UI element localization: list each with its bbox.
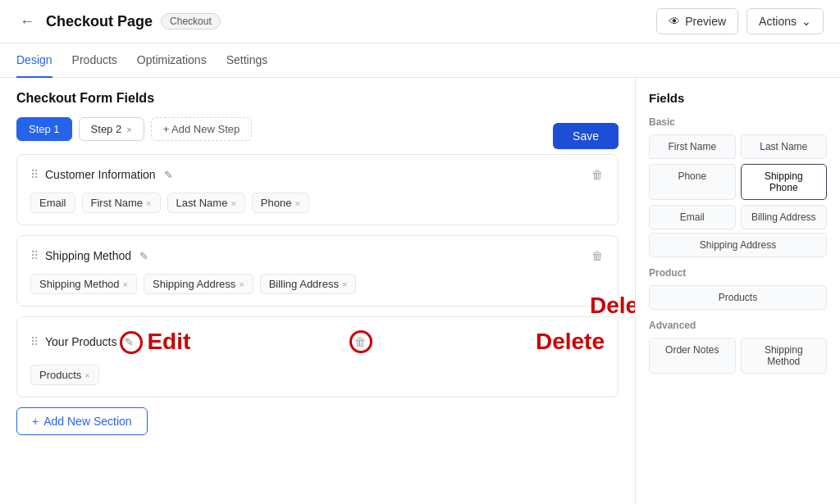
shipping-method-name: Shipping Method — [45, 249, 131, 262]
shipping-method-fields: Shipping Method × Shipping Address × Bil… — [30, 274, 605, 294]
eye-icon: 👁 — [669, 15, 680, 28]
plus-icon: + — [32, 415, 39, 428]
form-fields-title: Checkout Form Fields — [16, 91, 619, 106]
your-products-section: Delete ⠿ Your Products ✎ Edit 🗑 — [16, 316, 619, 397]
customer-info-title-area: ⠿ Customer Information ✎ — [30, 167, 175, 183]
add-step-button[interactable]: + Add New Step — [151, 117, 253, 141]
field-products[interactable]: Products — [649, 285, 827, 310]
step-tabs: Step 1 Step 2 × + Add New Step — [16, 117, 252, 141]
field-shipping-address[interactable]: Shipping Address — [649, 233, 827, 257]
header-left: ← Checkout Page Checkout — [16, 13, 221, 30]
drag-icon-shipping: ⠿ — [30, 249, 39, 262]
basic-fields-grid-2: Shipping Address — [649, 233, 827, 257]
page-title: Checkout Page — [46, 13, 153, 30]
billing-address-remove[interactable]: × — [342, 279, 347, 289]
advanced-fields-grid: Order Notes Shipping Method — [649, 338, 827, 374]
main-content: Checkout Form Fields Step 1 Step 2 × + A… — [0, 78, 840, 504]
shipping-method-edit-button[interactable]: ✎ — [138, 248, 150, 264]
field-tag-shipping-address: Shipping Address × — [144, 274, 253, 294]
tab-settings[interactable]: Settings — [226, 43, 268, 78]
shipping-method-title-area: ⠿ Shipping Method ✎ — [30, 248, 150, 264]
step-tab-2[interactable]: Step 2 × — [79, 117, 144, 141]
phone-remove[interactable]: × — [294, 198, 299, 208]
back-button[interactable]: ← — [16, 13, 38, 30]
tab-products[interactable]: Products — [72, 43, 117, 78]
header: ← Checkout Page Checkout 👁 Preview Actio… — [0, 0, 840, 43]
customer-information-section: ⠿ Customer Information ✎ 🗑 Email First N… — [16, 154, 619, 225]
advanced-group-title: Advanced — [649, 320, 827, 331]
shipping-method-remove[interactable]: × — [123, 279, 128, 289]
customer-info-edit-button[interactable]: ✎ — [162, 167, 175, 183]
your-products-edit-button[interactable]: ✎ — [123, 334, 135, 350]
customer-info-fields: Email First Name × Last Name × Phone × — [30, 193, 605, 213]
chevron-down-icon: ⌄ — [801, 15, 811, 28]
fields-panel: Fields Basic First Name Last Name Phone … — [635, 78, 840, 504]
product-fields-grid: Products — [649, 285, 827, 310]
field-tag-first-name: First Name × — [82, 193, 161, 213]
drag-icon-products: ⠿ — [30, 335, 39, 348]
product-group-title: Product — [649, 267, 827, 279]
checkout-badge: Checkout — [161, 13, 221, 30]
basic-group-title: Basic — [649, 116, 827, 128]
customer-info-delete-button[interactable]: 🗑 — [590, 166, 605, 183]
field-tag-billing-address: Billing Address × — [260, 274, 357, 294]
shipping-method-delete-button[interactable]: 🗑 — [590, 247, 605, 264]
field-last-name[interactable]: Last Name — [741, 134, 828, 159]
delete-annotation-label2: Delete — [536, 329, 605, 355]
step-tabs-row: Step 1 Step 2 × + Add New Step Save — [16, 117, 619, 154]
field-phone[interactable]: Phone — [649, 164, 736, 200]
first-name-remove[interactable]: × — [146, 198, 151, 208]
customer-info-name: Customer Information — [45, 168, 156, 181]
field-tag-products: Products × — [30, 365, 99, 385]
drag-icon-customer: ⠿ — [30, 168, 39, 181]
field-shipping-method-adv[interactable]: Shipping Method — [741, 338, 828, 374]
customer-info-header: ⠿ Customer Information ✎ 🗑 — [30, 166, 605, 183]
basic-fields-grid: First Name Last Name Phone Shipping Phon… — [649, 134, 827, 229]
step-tab-1[interactable]: Step 1 — [16, 117, 72, 141]
add-section-button[interactable]: + Add New Section — [16, 407, 148, 435]
field-order-notes[interactable]: Order Notes — [649, 338, 736, 374]
edit-annotation-label: Edit — [147, 329, 190, 355]
field-first-name[interactable]: First Name — [649, 134, 736, 159]
tab-optimizations[interactable]: Optimizations — [137, 43, 207, 78]
nav-tabs: Design Products Optimizations Settings — [0, 43, 840, 78]
header-right: 👁 Preview Actions ⌄ — [656, 8, 824, 34]
last-name-remove[interactable]: × — [231, 198, 235, 208]
shipping-method-header: ⠿ Shipping Method ✎ 🗑 — [30, 247, 605, 264]
shipping-address-remove[interactable]: × — [239, 279, 244, 289]
field-tag-phone: Phone × — [252, 193, 309, 213]
step2-close-icon[interactable]: × — [126, 125, 131, 134]
left-panel: Checkout Form Fields Step 1 Step 2 × + A… — [0, 78, 635, 504]
preview-button[interactable]: 👁 Preview — [656, 8, 738, 34]
your-products-delete-button[interactable]: 🗑 — [353, 334, 368, 350]
your-products-name: Your Products — [45, 335, 116, 348]
field-tag-email: Email — [30, 193, 75, 213]
shipping-method-section: ⠿ Shipping Method ✎ 🗑 Shipping Method × … — [16, 235, 619, 306]
your-products-fields: Products × — [30, 365, 605, 385]
field-tag-last-name: Last Name × — [167, 193, 245, 213]
field-tag-shipping-method: Shipping Method × — [30, 274, 137, 294]
field-shipping-phone[interactable]: Shipping Phone — [741, 164, 828, 200]
field-email[interactable]: Email — [649, 205, 736, 229]
tab-design[interactable]: Design — [16, 43, 52, 78]
actions-button[interactable]: Actions ⌄ — [746, 8, 824, 34]
your-products-header: ⠿ Your Products ✎ Edit 🗑 Delete — [30, 329, 605, 355]
products-remove[interactable]: × — [84, 370, 89, 380]
save-button[interactable]: Save — [553, 123, 619, 149]
fields-panel-title: Fields — [649, 91, 827, 105]
field-billing-address[interactable]: Billing Address — [741, 205, 828, 229]
your-products-title-area: ⠿ Your Products ✎ Edit — [30, 329, 190, 355]
